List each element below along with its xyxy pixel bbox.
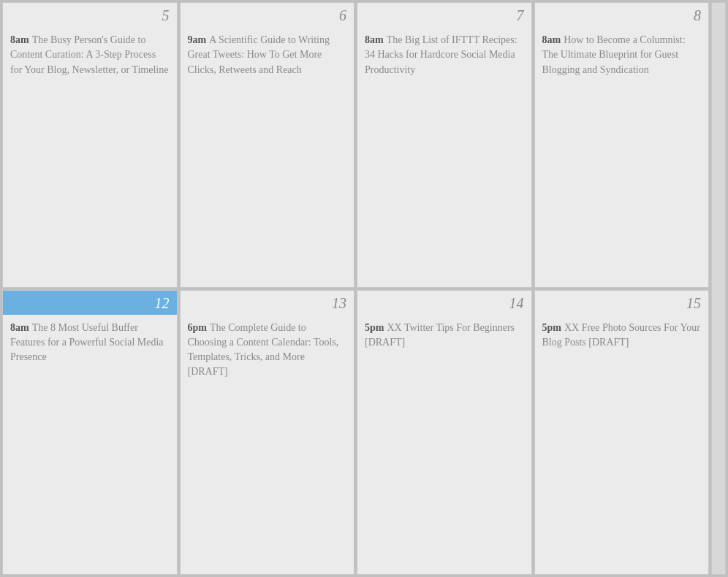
event-title-14: XX Twitter Tips For Beginners [DRAFT] [365,322,515,348]
calendar-cell-7[interactable]: 7 8am The Big List of IFTTT Recipes: 34 … [357,2,532,288]
cell-content-15: 5pm XX Free Photo Sources For Your Blog … [535,315,709,575]
cell-content-7: 8am The Big List of IFTTT Recipes: 34 Ha… [357,27,531,287]
event-title-7: The Big List of IFTTT Recipes: 34 Hacks … [365,34,517,75]
calendar-cell-14[interactable]: 14 5pm XX Twitter Tips For Beginners [DR… [357,290,532,576]
cell-content-12: 8am The 8 Most Useful Buffer Features fo… [3,315,177,575]
event-time-14: 5pm [365,322,384,333]
cell-day-6: 6 [181,3,354,27]
event-title-8: How to Become a Columnist: The Ultimate … [542,34,686,75]
calendar-cell-8[interactable]: 8 8am How to Become a Columnist: The Ult… [534,2,710,288]
cell-day-12: 12 [3,291,177,315]
event-title-13: The Complete Guide to Choosing a Content… [188,322,339,378]
cell-day-14: 14 [357,291,531,315]
calendar-cell-6[interactable]: 6 9am A Scientific Guide to Writing Grea… [180,2,355,288]
cell-content-6: 9am A Scientific Guide to Writing Great … [181,27,354,287]
cell-day-13: 13 [181,291,354,315]
cell-content-5: 8am The Busy Person's Guide to Content C… [3,27,177,287]
cell-day-8: 8 [535,3,709,27]
event-time-6: 9am [188,34,207,45]
cell-day-15: 15 [535,291,709,315]
cell-content-8: 8am How to Become a Columnist: The Ultim… [535,27,709,287]
event-time-5: 8am [10,34,29,45]
cell-day-7: 7 [357,3,531,27]
cell-content-14: 5pm XX Twitter Tips For Beginners [DRAFT… [357,315,531,575]
event-time-8: 8am [542,34,561,45]
event-title-5: The Busy Person's Guide to Content Curat… [10,34,168,75]
event-title-12: The 8 Most Useful Buffer Features for a … [10,322,164,363]
calendar-grid: 5 8am The Busy Person's Guide to Content… [0,0,728,577]
calendar-cell-12[interactable]: 12 8am The 8 Most Useful Buffer Features… [2,290,178,576]
calendar-cell-15[interactable]: 15 5pm XX Free Photo Sources For Your Bl… [534,290,710,576]
calendar-side-stub [711,2,726,575]
event-time-7: 8am [365,34,384,45]
calendar-cell-5[interactable]: 5 8am The Busy Person's Guide to Content… [2,2,178,288]
event-time-13: 6pm [188,322,207,333]
event-time-12: 8am [10,322,29,333]
event-title-15: XX Free Photo Sources For Your Blog Post… [542,322,700,348]
calendar-cell-13[interactable]: 13 6pm The Complete Guide to Choosing a … [180,290,355,576]
event-title-6: A Scientific Guide to Writing Great Twee… [188,34,330,75]
cell-content-13: 6pm The Complete Guide to Choosing a Con… [181,315,354,575]
event-time-15: 5pm [542,322,561,333]
cell-day-5: 5 [3,3,177,27]
